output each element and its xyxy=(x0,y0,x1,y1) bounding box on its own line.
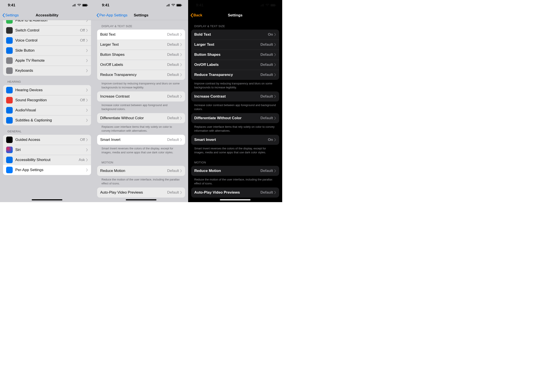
app-icon xyxy=(6,27,13,34)
list-row-larger-text[interactable]: Larger TextDefault xyxy=(97,40,185,50)
list-row-audio-visual[interactable]: Audio/Visual xyxy=(3,105,91,115)
group-physical: Face ID & AttentionSwitch ControlOffVoic… xyxy=(3,20,91,76)
row-value: Default xyxy=(167,116,179,120)
list-row-auto-play-video-previews[interactable]: Auto-Play Video PreviewsDefault xyxy=(191,188,279,197)
list-row-face-id-attention[interactable]: Face ID & Attention xyxy=(3,20,91,25)
list-row-smart-invert[interactable]: Smart InvertDefault xyxy=(97,135,185,145)
row-value: Default xyxy=(167,190,179,195)
group-hearing: Hearing DevicesSound RecognitionOffAudio… xyxy=(3,85,91,125)
back-button[interactable]: Settings xyxy=(2,13,19,17)
group-reduce-motion: Reduce MotionDefault xyxy=(97,166,185,176)
list-row-hearing-devices[interactable]: Hearing Devices xyxy=(3,85,91,95)
row-value: On xyxy=(268,138,273,142)
list-row-per-app-settings[interactable]: Per-App Settings xyxy=(3,165,91,175)
back-label: Back xyxy=(193,13,202,17)
row-label: Side Button xyxy=(15,48,86,53)
row-label: Per-App Settings xyxy=(15,168,86,172)
app-icon xyxy=(6,47,13,54)
list-row-larger-text[interactable]: Larger TextDefault xyxy=(191,40,279,50)
chevron-right-icon xyxy=(274,43,276,46)
list-row-differentiate-without-color[interactable]: Differentiate Without ColorDefault xyxy=(191,113,279,123)
row-label: Bold Text xyxy=(194,32,268,37)
row-value: Default xyxy=(167,94,179,99)
row-label: Sound Recognition xyxy=(15,98,80,102)
list-row-on-off-labels[interactable]: On/Off LabelsDefault xyxy=(97,60,185,70)
row-value: Default xyxy=(167,32,179,37)
row-value: Default xyxy=(167,53,179,57)
list-row-on-off-labels[interactable]: On/Off LabelsDefault xyxy=(191,60,279,70)
chevron-right-icon xyxy=(86,138,88,141)
chevron-right-icon xyxy=(180,191,182,194)
list-row-button-shapes[interactable]: Button ShapesDefault xyxy=(97,50,185,60)
list-row-sound-recognition[interactable]: Sound RecognitionOff xyxy=(3,95,91,105)
app-icon xyxy=(6,67,13,74)
chevron-right-icon xyxy=(274,95,276,98)
chevron-right-icon xyxy=(274,63,276,66)
list-row-keyboards[interactable]: Keyboards xyxy=(3,66,91,76)
list-row-increase-contrast[interactable]: Increase ContrastDefault xyxy=(97,91,185,101)
chevron-right-icon xyxy=(180,169,182,172)
row-value: Default xyxy=(260,169,273,173)
row-label: Button Shapes xyxy=(194,53,260,57)
list-row-switch-control[interactable]: Switch ControlOff xyxy=(3,25,91,35)
list-row-guided-access[interactable]: Guided AccessOff xyxy=(3,135,91,145)
home-indicator[interactable] xyxy=(32,199,62,200)
list-row-auto-play-video-previews[interactable]: Auto-Play Video PreviewsDefault xyxy=(97,188,185,197)
chevron-right-icon xyxy=(180,117,182,120)
group-smart-invert: Smart InvertOn xyxy=(191,135,279,145)
app-icon xyxy=(6,147,13,153)
back-button[interactable]: Back xyxy=(190,13,202,17)
row-value: Ask xyxy=(79,158,85,162)
app-icon xyxy=(6,57,13,64)
group-contrast: Increase ContrastDefault xyxy=(97,91,185,101)
list-row-apple-tv-remote[interactable]: Apple TV Remote xyxy=(3,56,91,66)
row-label: Keyboards xyxy=(15,69,86,73)
footer-smart-invert: Smart Invert reverses the colors of the … xyxy=(94,145,188,156)
chevron-right-icon xyxy=(180,43,182,46)
phone-perapp-dark: 9:41 Back Settings DISPLAY & TEXT SIZE B… xyxy=(188,0,282,202)
chevron-right-icon xyxy=(274,117,276,120)
chevron-right-icon xyxy=(86,69,88,72)
row-label: Smart Invert xyxy=(194,138,268,142)
row-value: Off xyxy=(80,28,85,33)
svg-rect-7 xyxy=(271,4,275,6)
row-label: Siri xyxy=(15,148,86,152)
chevron-right-icon xyxy=(180,138,182,141)
list-row-reduce-transparency[interactable]: Reduce TransparencyDefault xyxy=(97,70,185,80)
chevron-right-icon xyxy=(180,53,182,56)
list-row-increase-contrast[interactable]: Increase ContrastDefault xyxy=(191,91,279,101)
list-row-button-shapes[interactable]: Button ShapesDefault xyxy=(191,50,279,60)
list-row-differentiate-without-color[interactable]: Differentiate Without ColorDefault xyxy=(97,113,185,123)
list-row-bold-text[interactable]: Bold TextDefault xyxy=(97,29,185,40)
row-value: Off xyxy=(80,98,85,102)
row-value: Default xyxy=(260,53,273,57)
status-bar: 9:41 xyxy=(94,0,188,11)
chevron-right-icon xyxy=(86,29,88,32)
list-row-reduce-motion[interactable]: Reduce MotionDefault xyxy=(191,166,279,176)
app-icon xyxy=(6,20,13,24)
list-row-reduce-motion[interactable]: Reduce MotionDefault xyxy=(97,166,185,176)
chevron-right-icon xyxy=(180,73,182,76)
group-autoplay: Auto-Play Video PreviewsDefault xyxy=(191,188,279,197)
svg-rect-1 xyxy=(83,4,87,6)
svg-rect-5 xyxy=(182,5,182,6)
list-row-smart-invert[interactable]: Smart InvertOn xyxy=(191,135,279,145)
row-label: Subtitles & Captioning xyxy=(15,118,86,123)
home-indicator[interactable] xyxy=(126,199,156,200)
list-row-subtitles-captioning[interactable]: Subtitles & Captioning xyxy=(3,115,91,125)
list-row-accessibility-shortcut[interactable]: Accessibility ShortcutAsk xyxy=(3,155,91,165)
back-button[interactable]: Per-App Settings xyxy=(96,13,127,17)
home-indicator[interactable] xyxy=(220,199,251,200)
list-row-side-button[interactable]: Side Button xyxy=(3,45,91,56)
row-label: Bold Text xyxy=(100,32,167,37)
list-row-voice-control[interactable]: Voice ControlOff xyxy=(3,35,91,45)
list-row-reduce-transparency[interactable]: Reduce TransparencyDefault xyxy=(191,70,279,80)
footer-diff-color: Replaces user interface items that rely … xyxy=(94,123,188,135)
row-value: Default xyxy=(167,138,179,142)
section-header-motion: MOTION xyxy=(94,156,188,166)
list-row-bold-text[interactable]: Bold TextOn xyxy=(191,29,279,40)
list-row-siri[interactable]: Siri xyxy=(3,145,91,155)
nav-bar: Back Settings xyxy=(188,11,282,20)
row-label: Reduce Motion xyxy=(100,169,167,173)
chevron-right-icon xyxy=(86,148,88,151)
